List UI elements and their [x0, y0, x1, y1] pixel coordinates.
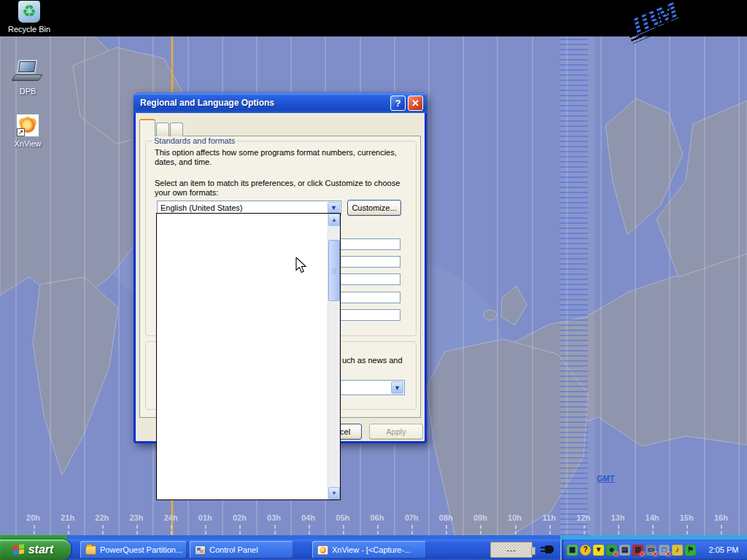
timezone-label: 07h: [395, 513, 429, 522]
card-reader-icon[interactable]: ▦: [567, 545, 578, 556]
timezone-label: 08h: [429, 513, 463, 522]
xnview-label: XnView: [1, 139, 54, 148]
desktop-icon-dpb[interactable]: DPB: [1, 60, 54, 96]
scheduler-flag-icon[interactable]: ⚑: [685, 545, 696, 556]
timezone-label: 01h: [188, 513, 222, 522]
chevron-down-icon[interactable]: ▼: [328, 202, 340, 214]
top-black-strip: ♻ Recycle Bin IBM: [0, 0, 747, 36]
taskbar-button-powerquest[interactable]: PowerQuest Partition...: [80, 541, 187, 559]
xnview-icon: ↗: [16, 114, 39, 137]
taskbar-clock[interactable]: 2:05 PM: [702, 545, 746, 554]
dialog-tab[interactable]: [139, 119, 155, 136]
taskbar-button-xnview[interactable]: XnView - [<Capture-...: [312, 541, 426, 559]
timezone-label: 04h: [291, 513, 325, 522]
timezone-label: 11h: [532, 513, 566, 522]
ibm-logo: IBM: [627, 0, 681, 39]
timezone-label: 15h: [670, 513, 704, 522]
mouse-cursor: [295, 257, 309, 275]
list-scrollbar[interactable]: ▲ ▼: [328, 214, 340, 499]
desktop-icon-xnview[interactable]: ↗ XnView: [1, 114, 54, 148]
taskbar: start PowerQuest Partition... Control Pa…: [0, 540, 747, 560]
standards-group-label: Standards and formats: [152, 136, 237, 145]
timezone-label: 03h: [257, 513, 291, 522]
timezone-scale: 20h21h22h23h24h01h02h03h04h05h06h07h08h0…: [16, 513, 739, 522]
standards-description: This option affects how some programs fo…: [155, 148, 411, 167]
desktop-icon-recycle-bin[interactable]: ♻ Recycle Bin: [6, 1, 53, 34]
display-offline-icon[interactable]: □: [659, 545, 670, 556]
timezone-label: 21h: [50, 513, 85, 522]
dialog-tab[interactable]: [156, 122, 169, 136]
timezone-label: 24h: [154, 513, 188, 522]
timezone-label: 02h: [222, 513, 257, 522]
ac-plug-icon: [541, 545, 554, 554]
network-places-icon[interactable]: ▤: [619, 545, 630, 556]
customize-button[interactable]: Customize...: [347, 200, 401, 216]
close-button[interactable]: ✕: [408, 96, 423, 111]
system-tray: ▦?▼☻▤▥▭□♪⚑ 2:05 PM: [560, 540, 747, 560]
location-text-fragment: uch as news and: [342, 356, 403, 365]
gmt-meridian-label: GMT: [597, 474, 614, 483]
volume-icon[interactable]: ♪: [672, 545, 683, 556]
timezone-label: 05h: [325, 513, 360, 522]
scrollbar-thumb[interactable]: [328, 240, 340, 301]
language-list-items: [157, 214, 328, 499]
start-button[interactable]: start: [0, 540, 71, 560]
timezone-label: 12h: [566, 513, 600, 522]
timezone-label: 14h: [635, 513, 670, 522]
language-dropdown-list: ▲ ▼: [156, 213, 341, 500]
standards-instruction: Select an item to match its preferences,…: [155, 179, 414, 198]
windows-flag-icon: [13, 543, 25, 556]
desktop: GMT 20h21h22h23h24h01h02h03h04h05h06h07h…: [0, 0, 747, 560]
messenger-offline-icon[interactable]: ☻: [606, 545, 617, 556]
timezone-label: 10h: [498, 513, 532, 522]
chevron-down-icon[interactable]: ▼: [391, 381, 403, 394]
shortcut-arrow-icon: ↗: [17, 128, 25, 136]
tray-icons: ▦?▼☻▤▥▭□♪⚑: [567, 545, 696, 556]
timezone-label: 23h: [119, 513, 153, 522]
control-panel-icon: [195, 545, 206, 555]
laptop-icon: [13, 60, 42, 85]
timezone-label: 22h: [85, 513, 119, 522]
computer-offline-icon[interactable]: ▭: [646, 545, 657, 556]
timezone-label: 16h: [704, 513, 738, 522]
timezone-label: 09h: [463, 513, 498, 522]
dialog-tab[interactable]: [170, 122, 183, 136]
dialog-title: Regional and Language Options: [140, 98, 388, 108]
safely-remove-icon[interactable]: ▼: [593, 545, 604, 556]
format-combobox-value: English (United States): [158, 203, 327, 212]
taskbar-button-control-panel[interactable]: Control Panel: [190, 541, 293, 559]
timezone-label: 20h: [16, 513, 50, 522]
dialog-tabs: [139, 119, 184, 136]
dialog-titlebar[interactable]: Regional and Language Options ? ✕: [133, 93, 427, 113]
recycle-bin-icon: ♻: [18, 1, 40, 23]
apply-button[interactable]: Apply: [369, 424, 423, 440]
traffic-offline-icon[interactable]: ▥: [632, 545, 643, 556]
question-ball-icon[interactable]: ?: [580, 545, 591, 556]
scroll-down-icon[interactable]: ▼: [328, 487, 340, 499]
dpb-label: DPB: [1, 87, 54, 96]
timezone-label: 06h: [360, 513, 394, 522]
scroll-up-icon[interactable]: ▲: [328, 214, 340, 226]
recycle-bin-label: Recycle Bin: [6, 25, 53, 34]
timezone-label: 13h: [600, 513, 635, 522]
help-button[interactable]: ?: [390, 96, 406, 111]
folder-icon: [85, 545, 96, 555]
battery-meter[interactable]: ---: [490, 542, 533, 558]
xnview-app-icon: [317, 545, 328, 555]
